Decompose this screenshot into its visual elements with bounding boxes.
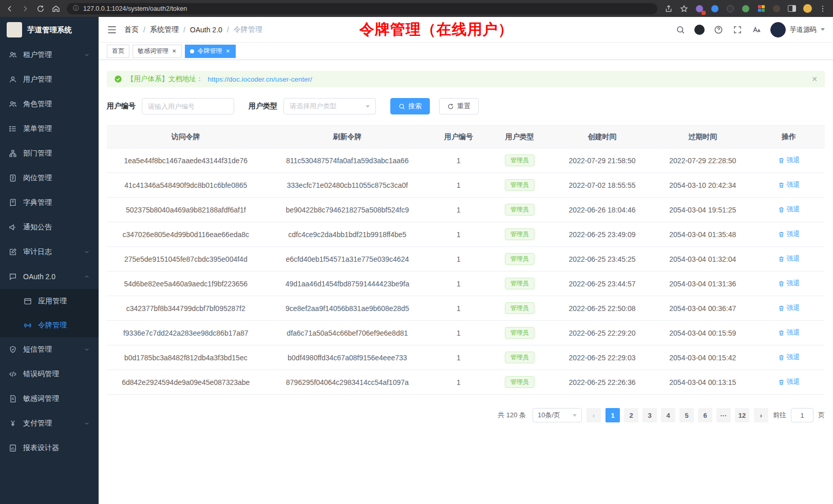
force-logout-button[interactable]: 强退: [778, 303, 800, 313]
user-type-cell: 管理员: [487, 247, 552, 272]
user-id-input[interactable]: [142, 98, 234, 114]
user-type-select[interactable]: 请选择用户类型: [283, 98, 376, 114]
browser-menu-icon[interactable]: [818, 4, 828, 14]
force-logout-button[interactable]: 强退: [778, 377, 800, 386]
github-icon[interactable]: [694, 25, 705, 35]
force-logout-button[interactable]: 强退: [778, 279, 800, 288]
extension-icon[interactable]: [725, 4, 735, 14]
app-logo[interactable]: 芋道管理系统: [0, 17, 99, 43]
tab-敏感词管理[interactable]: 敏感词管理✕: [132, 45, 182, 58]
force-logout-button[interactable]: 强退: [778, 254, 800, 263]
sidebar-item-app[interactable]: 应用管理: [0, 289, 99, 313]
address-bar[interactable]: ⓘ 127.0.0.1:1024/system/oauth2/token: [67, 3, 657, 14]
sidebar-item-token[interactable]: 令牌管理: [0, 313, 99, 337]
action-cell: 强退: [753, 321, 825, 345]
sidebar-item-sensitive[interactable]: 敏感词管理: [0, 386, 99, 411]
force-logout-button[interactable]: 强退: [778, 156, 800, 165]
bookmark-star-icon[interactable]: [679, 4, 689, 14]
extension-icon[interactable]: [710, 4, 720, 14]
access-token-cell: b0d1785bc3a8482f812db4a3f3bd15ec: [107, 345, 265, 370]
annotation-text: 令牌管理（在线用户）: [359, 20, 514, 40]
create-time-cell: 2022-07-02 18:55:55: [552, 173, 653, 198]
chevron-down-icon: [84, 346, 90, 353]
sidebar-item-dept[interactable]: 部门管理: [0, 141, 99, 166]
back-icon[interactable]: [5, 4, 14, 13]
tab-令牌管理[interactable]: 令牌管理✕: [185, 45, 235, 58]
search-button[interactable]: 搜索: [390, 98, 430, 114]
tab-close-icon[interactable]: ✕: [225, 48, 230, 54]
url-text: 127.0.0.1:1024/system/oauth2/token: [83, 5, 187, 12]
reset-button[interactable]: 重置: [439, 98, 479, 114]
sidebar-item-menu[interactable]: 菜单管理: [0, 117, 99, 141]
sidebar-item-errcode[interactable]: 错误码管理: [0, 362, 99, 386]
expire-time-cell: 2054-03-04 00:36:47: [652, 296, 753, 321]
force-logout-button[interactable]: 强退: [778, 205, 800, 214]
sidebar-item-role[interactable]: 角色管理: [0, 92, 99, 117]
sidebar-item-pay[interactable]: 支付管理: [0, 411, 99, 436]
tab-首页[interactable]: 首页: [107, 45, 129, 58]
force-logout-button[interactable]: 强退: [778, 328, 800, 337]
column-header: 过期时间: [652, 126, 753, 148]
home-icon[interactable]: [51, 4, 61, 13]
sidebar-item-sms[interactable]: 短信管理: [0, 337, 99, 362]
site-info-icon[interactable]: ⓘ: [73, 4, 79, 13]
fullscreen-icon[interactable]: [732, 25, 743, 35]
page-button-2[interactable]: 2: [624, 408, 638, 422]
sidebar-item-audit[interactable]: 审计日志: [0, 240, 99, 264]
page-button-6[interactable]: 6: [698, 408, 712, 422]
access-token-cell: 6d842e2924594de9a09e45e087323abe: [107, 370, 265, 395]
force-logout-button[interactable]: 强退: [778, 180, 800, 189]
search-icon[interactable]: [675, 25, 686, 35]
goto-page-input[interactable]: [791, 408, 813, 422]
font-size-icon[interactable]: [751, 25, 762, 35]
access-token-cell: 41c41346a548490f9dc8b01c6bfe0865: [107, 173, 265, 198]
user-icon: [9, 75, 17, 84]
chevron-down-icon: [573, 414, 577, 417]
forward-icon[interactable]: [21, 4, 30, 13]
force-logout-button[interactable]: 强退: [778, 229, 800, 239]
sidebar-item-user[interactable]: 用户管理: [0, 67, 99, 92]
sidebar-item-report[interactable]: 报表设计器: [0, 436, 99, 460]
collapse-sidebar-icon[interactable]: [107, 25, 117, 35]
page-button-3[interactable]: 3: [642, 408, 657, 422]
share-icon[interactable]: [664, 4, 674, 14]
tab-close-icon[interactable]: ✕: [172, 48, 177, 54]
expire-time-cell: 2054-03-10 20:42:34: [652, 173, 753, 198]
extension-icon[interactable]: [694, 4, 705, 14]
alert-close-icon[interactable]: ✕: [811, 75, 818, 83]
doc-link[interactable]: https://doc.iocoder.cn/user-center/: [208, 75, 312, 83]
page-button-4[interactable]: 4: [661, 408, 675, 422]
sidebar-item-oauth[interactable]: OAuth 2.0: [0, 264, 99, 289]
user-menu[interactable]: 芋道源码: [770, 22, 825, 37]
extension-icon[interactable]: [771, 4, 782, 14]
action-cell: 强退: [753, 370, 825, 395]
next-page-button[interactable]: ›: [754, 408, 768, 422]
refresh-token-cell: 333ecfc71e02480cb11055c875c3ca0f: [265, 173, 430, 198]
pay-icon: [9, 419, 17, 428]
sidebar-item-dict[interactable]: 字典管理: [0, 190, 99, 215]
extensions-puzzle-icon[interactable]: [756, 4, 766, 14]
breadcrumb-item[interactable]: OAuth 2.0: [190, 26, 222, 34]
force-logout-button[interactable]: 强退: [778, 353, 800, 362]
sidebar-item-notice[interactable]: 通知公告: [0, 215, 99, 240]
more-pages-button[interactable]: ···: [716, 408, 731, 422]
column-header: 创建时间: [552, 126, 653, 148]
page-button-1[interactable]: 1: [605, 408, 620, 422]
page-size-select[interactable]: 10条/页: [533, 408, 582, 422]
page-header: 首页/系统管理/OAuth 2.0/令牌管理 令牌管理（在线用户） 芋道源码: [99, 17, 833, 43]
reload-icon[interactable]: [36, 4, 45, 13]
help-icon[interactable]: [713, 25, 724, 35]
breadcrumb-item[interactable]: 首页: [124, 25, 139, 34]
goto-label: 前往: [773, 411, 786, 420]
extension-icon[interactable]: [741, 4, 751, 14]
breadcrumb-item[interactable]: 系统管理: [150, 25, 179, 34]
table-row: c347026e805e4d99b0d116eae66eda8ccdfc4ce9…: [107, 222, 825, 247]
page-button-5[interactable]: 5: [679, 408, 694, 422]
profile-avatar[interactable]: [802, 4, 812, 14]
page-button-12[interactable]: 12: [735, 408, 749, 422]
split-view-icon[interactable]: [787, 4, 797, 14]
user-type-cell: 管理员: [487, 222, 552, 247]
sidebar-item-tenant[interactable]: 租户管理: [0, 43, 99, 67]
prev-page-button[interactable]: ‹: [586, 408, 601, 422]
sidebar-item-post[interactable]: 岗位管理: [0, 166, 99, 190]
